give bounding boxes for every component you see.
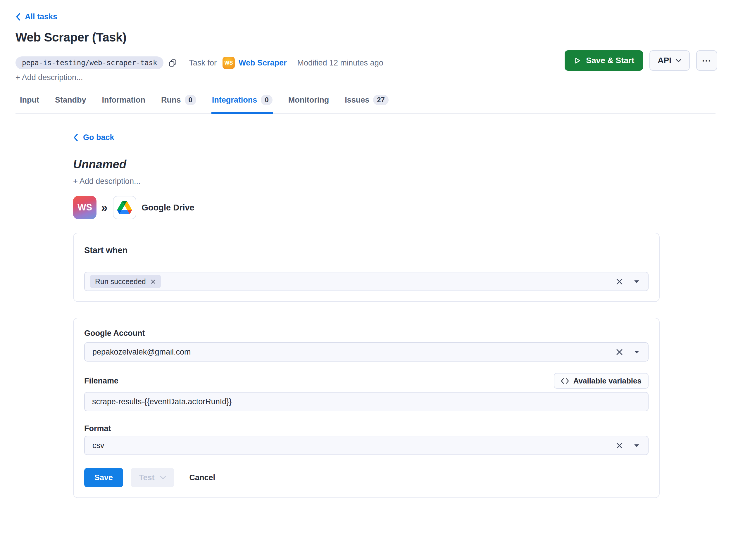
- integration-target-name: Google Drive: [141, 203, 194, 212]
- chevron-down-icon: [160, 476, 166, 480]
- caret-down-icon: [634, 280, 640, 284]
- tab-input[interactable]: Input: [19, 93, 40, 113]
- test-label: Test: [139, 473, 155, 482]
- modified-timestamp: Modified 12 minutes ago: [297, 58, 383, 68]
- selected-trigger-tag: Run succeeded: [90, 275, 161, 288]
- integration-settings-card: Google Account pepakozelvalek@gmail.com …: [73, 318, 660, 498]
- x-icon: [150, 279, 156, 284]
- integration-detail: Go back Unnamed + Add description... WS …: [73, 133, 660, 498]
- ellipsis-icon: ⋯: [702, 55, 712, 66]
- x-icon: [616, 442, 623, 449]
- form-buttons-row: Save Test Cancel: [84, 468, 649, 487]
- select-controls: [616, 278, 640, 285]
- chevron-left-icon: [73, 134, 78, 141]
- filename-label: Filename: [84, 376, 118, 386]
- tab-standby[interactable]: Standby: [54, 93, 87, 113]
- task-for-label: Task for: [189, 58, 217, 68]
- start-when-select[interactable]: Run succeeded: [84, 272, 649, 291]
- web-scraper-actor-icon: WS: [222, 57, 235, 69]
- tab-label: Information: [102, 96, 146, 105]
- trigger-tag-label: Run succeeded: [95, 277, 146, 286]
- tab-label: Standby: [55, 96, 86, 105]
- tab-issues[interactable]: Issues 27: [344, 93, 389, 113]
- clear-selection-button[interactable]: [616, 278, 623, 285]
- save-button[interactable]: Save: [84, 468, 123, 487]
- task-path-badge: pepa-is-testing/web-scraper-task: [15, 56, 163, 69]
- open-dropdown-button[interactable]: [634, 350, 640, 354]
- start-when-heading: Start when: [84, 245, 649, 255]
- back-to-all-tasks-link[interactable]: All tasks: [15, 12, 57, 21]
- tab-information[interactable]: Information: [101, 93, 146, 113]
- open-dropdown-button[interactable]: [634, 444, 640, 447]
- tab-label: Issues: [345, 96, 369, 105]
- go-back-label: Go back: [83, 133, 114, 142]
- x-icon: [616, 348, 623, 356]
- google-drive-icon: [113, 196, 136, 219]
- back-link-label: All tasks: [25, 12, 57, 21]
- tab-label: Runs: [161, 96, 181, 105]
- save-and-start-label: Save & Start: [586, 56, 634, 65]
- tab-runs[interactable]: Runs 0: [160, 93, 197, 113]
- double-chevron-icon: »: [101, 202, 108, 213]
- open-dropdown-button[interactable]: [634, 280, 640, 284]
- tab-integrations-count-badge: 0: [261, 95, 272, 105]
- api-label: API: [658, 56, 671, 65]
- tab-runs-count-badge: 0: [185, 95, 196, 105]
- format-select[interactable]: csv: [84, 436, 649, 455]
- code-icon: [561, 378, 569, 384]
- tab-label: Monitoring: [288, 96, 329, 105]
- api-dropdown-button[interactable]: API: [649, 50, 690, 71]
- tab-integrations[interactable]: Integrations 0: [211, 93, 273, 113]
- filename-header-row: Filename Available variables: [84, 373, 649, 389]
- google-account-value: pepakozelvalek@gmail.com: [90, 348, 191, 357]
- chevron-down-icon: [675, 58, 682, 63]
- caret-down-icon: [634, 444, 640, 447]
- filename-value: scrape-results-{{eventData.actorRunId}}: [92, 397, 231, 406]
- start-when-card: Start when Run succeeded: [73, 233, 660, 302]
- select-controls: [616, 442, 640, 449]
- tab-issues-count-badge: 27: [373, 95, 389, 105]
- play-icon: [573, 57, 581, 65]
- tab-label: Integrations: [212, 96, 257, 105]
- go-back-link[interactable]: Go back: [73, 133, 660, 142]
- format-label: Format: [84, 424, 649, 433]
- tab-monitoring[interactable]: Monitoring: [288, 93, 329, 113]
- select-controls: [616, 348, 640, 356]
- web-scraper-source-icon: WS: [73, 196, 96, 219]
- integration-connection-row: WS » Google Drive: [73, 196, 660, 219]
- task-tabs: Input Standby Information Runs 0 Integra…: [15, 93, 716, 114]
- add-description-link[interactable]: + Add description...: [15, 73, 83, 82]
- copy-task-path-button[interactable]: [168, 58, 177, 68]
- page-title: Web Scraper (Task): [15, 30, 126, 44]
- copy-icon: [168, 58, 177, 68]
- google-account-select[interactable]: pepakozelvalek@gmail.com: [84, 342, 649, 362]
- available-variables-label: Available variables: [573, 376, 642, 386]
- chevron-left-icon: [15, 13, 20, 21]
- caret-down-icon: [634, 350, 640, 354]
- format-value: csv: [90, 441, 104, 450]
- task-meta-row: pepa-is-testing/web-scraper-task Task fo…: [15, 56, 383, 70]
- integration-add-description-link[interactable]: + Add description...: [73, 177, 140, 186]
- clear-selection-button[interactable]: [616, 442, 623, 449]
- more-actions-button[interactable]: ⋯: [696, 50, 717, 71]
- cancel-button[interactable]: Cancel: [189, 473, 215, 482]
- tab-label: Input: [20, 96, 39, 105]
- integration-title: Unnamed: [73, 158, 660, 171]
- header-actions: Save & Start API ⋯: [565, 50, 717, 71]
- google-drive-logo: [117, 201, 132, 214]
- actor-link[interactable]: Web Scraper: [238, 58, 287, 68]
- filename-input[interactable]: scrape-results-{{eventData.actorRunId}}: [84, 392, 649, 411]
- google-account-label: Google Account: [84, 328, 649, 338]
- save-and-start-button[interactable]: Save & Start: [565, 50, 643, 71]
- test-dropdown-button[interactable]: Test: [131, 468, 174, 487]
- clear-selection-button[interactable]: [616, 348, 623, 356]
- available-variables-button[interactable]: Available variables: [554, 373, 649, 389]
- tag-remove-button[interactable]: [150, 279, 156, 284]
- x-icon: [616, 278, 623, 285]
